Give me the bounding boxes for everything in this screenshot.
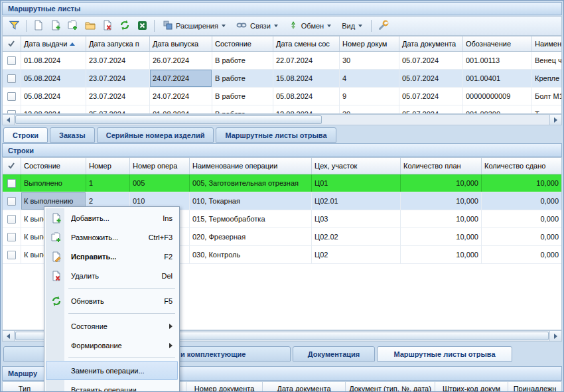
col-header-qty-done[interactable]: Количество сдано	[482, 158, 561, 174]
col-header-doc-date[interactable]: Дата документа	[263, 382, 346, 392]
new-document-button[interactable]	[31, 19, 46, 33]
extensions-dropdown[interactable]: Расширения	[159, 19, 230, 33]
toolbar-separator	[154, 20, 155, 32]
menu-item-forming[interactable]: Формирование	[46, 336, 178, 355]
row-checkbox[interactable]	[7, 233, 16, 241]
filter-icon	[9, 21, 19, 31]
col-header-doc-full[interactable]: Документ (тип, №, дата)	[346, 382, 435, 392]
tab-orders[interactable]: Заказы	[50, 127, 95, 143]
table-row[interactable]: 01.08.202423.07.2024 26.07.2024В работе …	[3, 52, 561, 70]
col-header-doc-date[interactable]: Дата документа	[399, 36, 463, 51]
detail-tabs: Строки Заказы Серийные номера изделий Ма…	[3, 127, 336, 143]
links-dropdown[interactable]: Связи	[232, 19, 283, 33]
col-header-belonging[interactable]: Принадлежн	[508, 382, 561, 392]
scroll-right-button[interactable]	[549, 331, 561, 341]
col-header-type[interactable]: Тип	[3, 382, 47, 392]
row-checkbox[interactable]	[7, 215, 16, 224]
refresh-icon	[119, 20, 130, 32]
col-header-workshop[interactable]: Цех, участок	[312, 158, 401, 174]
edit-doc-icon	[50, 247, 62, 266]
col-header-op-number[interactable]: Номер	[86, 158, 130, 174]
chevron-down-icon	[358, 25, 362, 27]
wrench-icon	[378, 20, 389, 32]
exchange-dropdown[interactable]: Обмен	[284, 19, 336, 33]
window-title: Маршрутные листы	[8, 5, 80, 13]
table-row-selected[interactable]: 05.08.202423.07.2024 24.07.2024В работе …	[3, 70, 561, 88]
delete-document-button[interactable]	[100, 19, 115, 33]
settings-button[interactable]	[376, 19, 391, 33]
col-header-op-code[interactable]: Номер опера	[130, 158, 190, 174]
tab-serial-numbers[interactable]: Серийные номера изделий	[97, 127, 214, 143]
col-header-op-name[interactable]: Наименование операции	[190, 158, 312, 174]
col-header-op-state[interactable]: Состояние	[21, 158, 86, 174]
col-header-state[interactable]: Состояние	[212, 36, 273, 51]
chevron-down-icon	[222, 25, 226, 27]
col-header-launch-date[interactable]: Дата запуска п	[86, 36, 150, 51]
main-table-hscrollbar[interactable]	[2, 114, 562, 125]
col-header-barcode[interactable]: Штрих-код докум	[435, 382, 508, 392]
row-checkbox[interactable]	[7, 251, 16, 259]
tab-tearoff-sheets-bottom[interactable]: Маршрутные листы отрыва	[377, 346, 512, 361]
menu-item-edit[interactable]: Исправить... F2	[46, 247, 178, 266]
toolbar-separator	[26, 20, 27, 32]
scroll-track[interactable]	[15, 115, 549, 125]
menu-item-delete[interactable]: Удалить Del	[46, 266, 178, 285]
route-sheets-table-header: Дата выдачи Дата запуска п Дата выпуска …	[3, 36, 561, 52]
extensions-icon	[163, 21, 173, 31]
scroll-left-button[interactable]	[3, 331, 15, 341]
row-checkbox[interactable]	[7, 56, 16, 65]
tab-documentation[interactable]: Документация	[293, 346, 375, 361]
col-header-doc-number[interactable]: Номер документа	[186, 382, 263, 392]
filter-button[interactable]	[6, 19, 22, 33]
table-row[interactable]: 12.08.202425.07.2024 01.08.2024В работе …	[3, 105, 561, 114]
menu-item-refresh[interactable]: Обновить F5	[46, 291, 178, 310]
select-all-header[interactable]	[3, 36, 21, 51]
main-toolbar: Расширения Связи Обмен Вид	[2, 16, 562, 36]
scroll-right-button[interactable]	[549, 115, 561, 125]
col-header-issue-date[interactable]: Дата выдачи	[21, 36, 86, 51]
row-checkbox[interactable]	[7, 74, 16, 83]
menu-item-clone[interactable]: Размножить... Ctrl+F3	[46, 228, 178, 247]
links-icon	[236, 21, 247, 31]
select-all-header[interactable]	[3, 158, 21, 174]
refresh-button[interactable]	[117, 19, 133, 33]
new-doc-icon	[34, 20, 43, 32]
menu-separator	[46, 310, 178, 316]
menu-item-insert-operations[interactable]: Вставить операции...	[46, 380, 178, 392]
exchange-label: Обмен	[301, 22, 324, 30]
row-checkbox[interactable]	[7, 92, 16, 101]
col-header-name[interactable]: Наимен	[532, 36, 561, 51]
scroll-left-button[interactable]	[3, 115, 15, 125]
add-document-button[interactable]	[48, 19, 64, 33]
col-header-state-change-date[interactable]: Дата смены сос	[273, 36, 340, 51]
clone-document-button[interactable]	[65, 19, 81, 33]
tab-rows[interactable]: Строки	[3, 127, 48, 143]
menu-item-state[interactable]: Состояние	[46, 316, 178, 336]
rows-section-title: Строки	[8, 147, 34, 155]
menu-separator	[46, 285, 178, 291]
exchange-icon	[289, 21, 298, 31]
extensions-label: Расширения	[176, 22, 218, 30]
submenu-arrow-icon	[169, 343, 173, 348]
table-row[interactable]: 05.08.202423.07.2024 24.07.2024В работе …	[3, 88, 561, 105]
view-label: Вид	[342, 22, 355, 30]
chevron-down-icon	[274, 25, 278, 27]
col-header-designation[interactable]: Обозначение	[463, 36, 532, 51]
col-header-qty-plan[interactable]: Количество план	[401, 158, 482, 174]
tab-tearoff-sheets[interactable]: Маршрутные листы отрыва	[216, 127, 336, 143]
row-checkbox[interactable]	[7, 179, 16, 188]
context-menu: Добавить... Ins Размножить... Ctrl+F3 Ис…	[44, 206, 180, 392]
scroll-thumb[interactable]	[15, 115, 322, 124]
submenu-arrow-icon	[169, 324, 173, 329]
menu-separator	[46, 355, 178, 361]
col-header-release-date[interactable]: Дата выпуска	[150, 36, 212, 51]
menu-item-replace-operations[interactable]: Заменить операции...	[46, 361, 178, 380]
row-checkbox[interactable]	[7, 197, 16, 206]
col-header-doc-number[interactable]: Номер докум	[340, 36, 399, 51]
bottom-section-title: Маршру	[8, 369, 37, 377]
excel-export-button[interactable]	[134, 19, 150, 33]
view-dropdown[interactable]: Вид	[337, 19, 367, 33]
operation-row-done[interactable]: Выполнено1 005005, Заготовительная отрез…	[3, 174, 561, 192]
open-folder-button[interactable]	[82, 19, 98, 33]
menu-item-add[interactable]: Добавить... Ins	[46, 208, 178, 228]
